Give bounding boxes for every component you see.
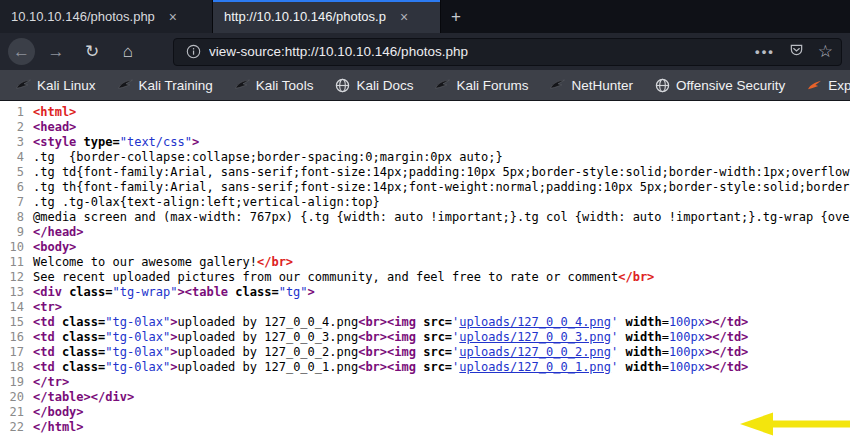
source-segment: <td bbox=[33, 360, 62, 374]
bookmark-label: Offensive Security bbox=[676, 78, 785, 93]
bookmark-kali-docs[interactable]: Kali Docs bbox=[335, 78, 413, 93]
source-line: 11Welcome to our awesome gallery!</br> bbox=[0, 255, 850, 270]
home-button[interactable]: ⌂ bbox=[113, 37, 143, 67]
source-segment: <style bbox=[33, 135, 84, 149]
bookmark-kali-training[interactable]: Kali Training bbox=[118, 78, 213, 93]
source-segment bbox=[618, 345, 625, 359]
pocket-icon[interactable] bbox=[789, 42, 804, 61]
source-segment: class= bbox=[235, 285, 278, 299]
line-number: 8 bbox=[0, 210, 24, 225]
source-segment: 100px bbox=[669, 345, 705, 359]
source-line: 14<tr> bbox=[0, 300, 850, 315]
source-link[interactable]: uploads/127_0_0_1.png bbox=[459, 360, 611, 374]
page-info-icon[interactable] bbox=[186, 44, 201, 59]
source-segment: <tr> bbox=[33, 300, 62, 314]
source-line: 22</html> bbox=[0, 420, 850, 435]
bookmark-nethunter[interactable]: NetHunter bbox=[550, 78, 633, 93]
view-source-content: 1<html>2<head>3<style type="text/css">4.… bbox=[0, 101, 850, 443]
source-segment: <br><img bbox=[358, 360, 423, 374]
line-number: 19 bbox=[0, 375, 24, 390]
line-number: 5 bbox=[0, 165, 24, 180]
source-segment: > bbox=[170, 360, 177, 374]
browser-window: 10.10.10.146/photos.php × http://10.10.1… bbox=[0, 0, 850, 443]
source-segment: = bbox=[662, 345, 669, 359]
source-line: 2<head> bbox=[0, 120, 850, 135]
bookmark-kali-tools[interactable]: Kali Tools bbox=[235, 78, 314, 93]
source-segment: = bbox=[662, 315, 669, 329]
source-line: 3<style type="text/css"> bbox=[0, 135, 850, 150]
new-tab-button[interactable]: + bbox=[441, 0, 471, 33]
source-line: 6.tg th{font-family:Arial, sans-serif;fo… bbox=[0, 180, 850, 195]
source-segment: "tg-wrap" bbox=[112, 285, 177, 299]
source-segment: <br><img bbox=[358, 345, 423, 359]
tab-close-icon[interactable]: × bbox=[169, 10, 177, 24]
source-link[interactable]: uploads/127_0_0_3.png bbox=[459, 330, 611, 344]
source-segment bbox=[618, 330, 625, 344]
navigation-toolbar: ← → ↻ ⌂ view-source:http://10.10.10.146/… bbox=[0, 33, 850, 70]
source-link[interactable]: uploads/127_0_0_4.png bbox=[459, 315, 611, 329]
source-segment: "tg-0lax" bbox=[105, 315, 170, 329]
bookmark-offensive-security[interactable]: Offensive Security bbox=[655, 78, 785, 93]
tab-close-icon[interactable]: × bbox=[400, 10, 408, 24]
line-number: 13 bbox=[0, 285, 24, 300]
source-segment: > bbox=[308, 285, 315, 299]
source-segment: <br><img bbox=[358, 315, 423, 329]
reload-button[interactable]: ↻ bbox=[77, 37, 107, 67]
source-segment: ><table bbox=[178, 285, 236, 299]
source-segment: width bbox=[626, 330, 662, 344]
source-segment: > bbox=[170, 330, 177, 344]
source-line: 7.tg .tg-0lax{text-align:left;vertical-a… bbox=[0, 195, 850, 210]
source-line: 9</head> bbox=[0, 225, 850, 240]
source-segment: ></td> bbox=[705, 315, 748, 329]
source-segment: class= bbox=[69, 285, 112, 299]
kali-dragon-icon bbox=[16, 79, 31, 92]
source-segment: .tg .tg-0lax{text-align:left;vertical-al… bbox=[33, 195, 380, 209]
back-button[interactable]: ← bbox=[8, 38, 35, 65]
source-segment: </head> bbox=[33, 225, 84, 239]
source-line: 17<td class="tg-0lax">uploaded by 127_0_… bbox=[0, 345, 850, 360]
line-number: 9 bbox=[0, 225, 24, 240]
bookmark-label: Kali Docs bbox=[356, 78, 413, 93]
source-line: 4.tg {border-collapse:collapse;border-sp… bbox=[0, 150, 850, 165]
source-line: 16<td class="tg-0lax">uploaded by 127_0_… bbox=[0, 330, 850, 345]
source-segment: <head> bbox=[33, 120, 76, 134]
bookmark-kali-forums[interactable]: Kali Forums bbox=[435, 78, 528, 93]
bookmark-kali-linux[interactable]: Kali Linux bbox=[16, 78, 96, 93]
source-segment: ></td> bbox=[705, 345, 748, 359]
bookmark-label: NetHunter bbox=[571, 78, 633, 93]
source-segment: > bbox=[170, 315, 177, 329]
source-segment: "tg-0lax" bbox=[105, 360, 170, 374]
source-segment: width bbox=[626, 360, 662, 374]
kali-dragon-icon bbox=[118, 79, 133, 92]
source-segment: </tr> bbox=[33, 375, 69, 389]
source-segment: "tg-0lax" bbox=[105, 330, 170, 344]
bookmark-exploit-db[interactable]: Exploit-D bbox=[807, 78, 850, 93]
source-line: 15<td class="tg-0lax">uploaded by 127_0_… bbox=[0, 315, 850, 330]
bookmark-star-icon[interactable]: ☆ bbox=[818, 41, 833, 62]
url-text: view-source:http://10.10.10.146/photos.p… bbox=[209, 44, 747, 59]
source-line: 10<body> bbox=[0, 240, 850, 255]
page-actions-icon[interactable]: ••• bbox=[755, 44, 775, 59]
source-segment: ></td> bbox=[705, 360, 748, 374]
tab-view-source[interactable]: http://10.10.10.146/photos.p × bbox=[213, 0, 441, 33]
source-segment: </html> bbox=[33, 420, 84, 434]
tab-photos-php[interactable]: 10.10.10.146/photos.php × bbox=[0, 0, 213, 33]
exploit-db-bird-icon bbox=[807, 79, 822, 92]
source-line: 20</table></div> bbox=[0, 390, 850, 405]
source-line: 5.tg td{font-family:Arial, sans-serif;fo… bbox=[0, 165, 850, 180]
tab-strip: 10.10.10.146/photos.php × http://10.10.1… bbox=[0, 0, 850, 33]
bookmarks-toolbar: Kali Linux Kali Training Kali Tools Kali… bbox=[0, 70, 850, 101]
source-segment: class= bbox=[62, 315, 105, 329]
source-segment: > bbox=[170, 345, 177, 359]
source-segment: .tg {border-collapse:collapse;border-spa… bbox=[33, 150, 503, 164]
source-link[interactable]: uploads/127_0_0_2.png bbox=[459, 345, 611, 359]
source-line: 13<div class="tg-wrap"><table class="tg"… bbox=[0, 285, 850, 300]
line-number: 17 bbox=[0, 345, 24, 360]
url-bar[interactable]: view-source:http://10.10.10.146/photos.p… bbox=[173, 38, 842, 66]
source-segment: .tg td{font-family:Arial, sans-serif;fon… bbox=[33, 165, 850, 179]
source-line: 21</body> bbox=[0, 405, 850, 420]
source-view: 1<html>2<head>3<style type="text/css">4.… bbox=[0, 105, 850, 435]
forward-button[interactable]: → bbox=[41, 37, 71, 67]
source-segment bbox=[618, 360, 625, 374]
bookmark-label: Kali Tools bbox=[256, 78, 314, 93]
